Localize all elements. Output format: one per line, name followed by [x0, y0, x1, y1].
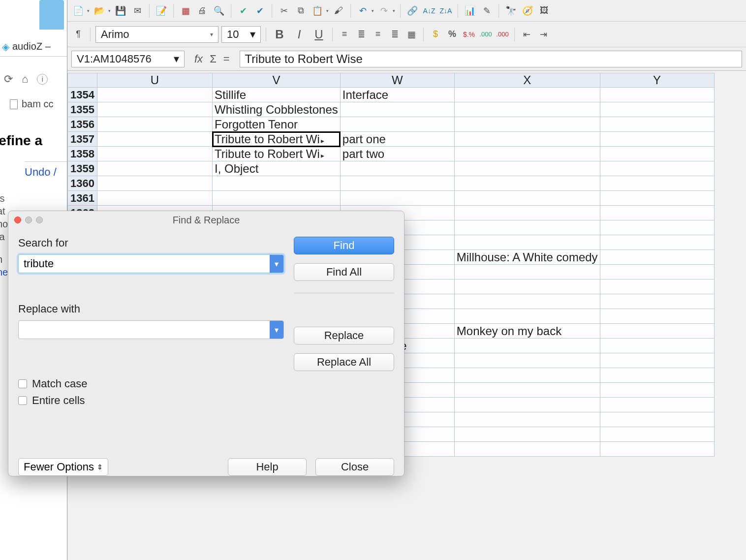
search-for-combo[interactable]: ▾: [18, 254, 284, 273]
cell[interactable]: [600, 132, 714, 147]
cell[interactable]: Tribute to Robert Wi: [213, 147, 341, 161]
percent-icon[interactable]: %: [445, 28, 459, 41]
replace-with-input[interactable]: [19, 321, 270, 339]
row-header[interactable]: 1355: [68, 102, 97, 117]
cell[interactable]: [600, 117, 714, 132]
cell[interactable]: [454, 442, 600, 457]
equals-icon[interactable]: =: [223, 53, 230, 65]
cell[interactable]: [454, 412, 600, 427]
reload-icon[interactable]: ⟳: [4, 73, 13, 86]
cell[interactable]: [97, 161, 213, 176]
column-header[interactable]: U: [97, 73, 213, 88]
export-pdf-icon[interactable]: ▦: [179, 4, 192, 18]
bookmark-item[interactable]: bam cc: [10, 98, 53, 110]
cell[interactable]: [454, 235, 600, 250]
cell[interactable]: [454, 265, 600, 280]
cell[interactable]: [600, 353, 714, 368]
home-icon[interactable]: ⌂: [22, 73, 28, 86]
row-header[interactable]: 1359: [68, 161, 97, 176]
cell[interactable]: [600, 250, 714, 265]
cell[interactable]: [340, 176, 454, 191]
cell[interactable]: [454, 147, 600, 161]
cell[interactable]: [600, 176, 714, 191]
browser-tab[interactable]: ◈ audioZ –: [0, 37, 68, 57]
cell[interactable]: [600, 339, 714, 353]
cell[interactable]: Stillife: [213, 88, 341, 102]
edit-doc-icon[interactable]: 📝: [155, 4, 168, 18]
cell[interactable]: [97, 132, 213, 147]
copy-icon[interactable]: ⧉: [294, 4, 308, 18]
email-icon[interactable]: ✉: [130, 4, 144, 18]
cell[interactable]: [340, 191, 454, 206]
checkbox-icon[interactable]: [18, 396, 27, 405]
undo-link[interactable]: Undo /: [25, 161, 74, 179]
align-right-icon[interactable]: ≡: [371, 28, 385, 41]
cell[interactable]: [340, 161, 454, 176]
cell[interactable]: [600, 412, 714, 427]
cell[interactable]: [454, 88, 600, 102]
font-name-select[interactable]: Arimo ▾: [95, 26, 218, 43]
dialog-titlebar[interactable]: Find & Replace: [8, 211, 404, 229]
formula-input[interactable]: [240, 51, 742, 67]
cell[interactable]: [600, 220, 714, 235]
corner-header[interactable]: [68, 73, 97, 88]
search-for-input[interactable]: [19, 255, 270, 273]
close-window-icon[interactable]: [14, 217, 21, 223]
cell[interactable]: [600, 383, 714, 398]
cell[interactable]: [97, 176, 213, 191]
column-header[interactable]: X: [454, 73, 600, 88]
column-header[interactable]: V: [213, 73, 341, 88]
cell[interactable]: [454, 398, 600, 412]
cell[interactable]: [454, 353, 600, 368]
cell[interactable]: [454, 102, 600, 117]
checkbox-icon[interactable]: [18, 379, 27, 388]
cell[interactable]: [600, 280, 714, 294]
spellcheck-icon[interactable]: ✔: [236, 4, 250, 18]
cell[interactable]: [454, 280, 600, 294]
cell[interactable]: [340, 117, 454, 132]
format-paint-icon[interactable]: 🖌: [332, 4, 345, 18]
help-button[interactable]: Help: [228, 458, 307, 476]
align-left-icon[interactable]: ≡: [338, 28, 351, 41]
cell[interactable]: [454, 117, 600, 132]
find-button[interactable]: Find: [294, 237, 394, 254]
decrease-indent-icon[interactable]: ⇤: [520, 28, 533, 41]
sum-icon[interactable]: Σ: [210, 53, 217, 65]
cell[interactable]: [454, 368, 600, 383]
cell[interactable]: Interface: [340, 88, 454, 102]
cell[interactable]: Millhouse: A White comedy: [454, 250, 600, 265]
cell[interactable]: [454, 339, 600, 353]
cell[interactable]: [454, 220, 600, 235]
cell[interactable]: [600, 147, 714, 161]
chevron-down-icon[interactable]: ▾: [270, 255, 283, 273]
increase-indent-icon[interactable]: ⇥: [536, 28, 550, 41]
cell[interactable]: [97, 88, 213, 102]
cell[interactable]: [213, 191, 341, 206]
cell[interactable]: part one: [340, 132, 454, 147]
find-icon[interactable]: 🔭: [504, 4, 518, 18]
cell[interactable]: [97, 191, 213, 206]
print-icon[interactable]: 🖨: [195, 4, 209, 18]
cell[interactable]: I, Object: [213, 161, 341, 176]
match-case-checkbox[interactable]: Match case: [18, 377, 284, 390]
cell[interactable]: Monkey on my back: [454, 324, 600, 339]
italic-icon[interactable]: I: [291, 28, 308, 41]
cell[interactable]: [600, 102, 714, 117]
cell[interactable]: [213, 176, 341, 191]
function-wizard-icon[interactable]: fx: [194, 53, 203, 65]
undo-icon[interactable]: ↶: [356, 4, 370, 18]
cell[interactable]: [600, 206, 714, 220]
bold-icon[interactable]: B: [271, 28, 288, 41]
hyperlink-icon[interactable]: 🔗: [405, 4, 419, 18]
cell[interactable]: part two: [340, 147, 454, 161]
font-size-select[interactable]: 10 ▾: [221, 26, 261, 43]
cell[interactable]: [454, 132, 600, 147]
close-button[interactable]: Close: [315, 458, 394, 476]
cell[interactable]: [454, 427, 600, 442]
cut-icon[interactable]: ✂: [277, 4, 291, 18]
replace-with-combo[interactable]: ▾: [18, 320, 284, 339]
align-center-icon[interactable]: ≣: [354, 28, 368, 41]
autospell-icon[interactable]: ✔: [253, 4, 267, 18]
save-icon[interactable]: 💾: [114, 4, 127, 18]
chevron-down-icon[interactable]: ▾: [270, 321, 283, 339]
